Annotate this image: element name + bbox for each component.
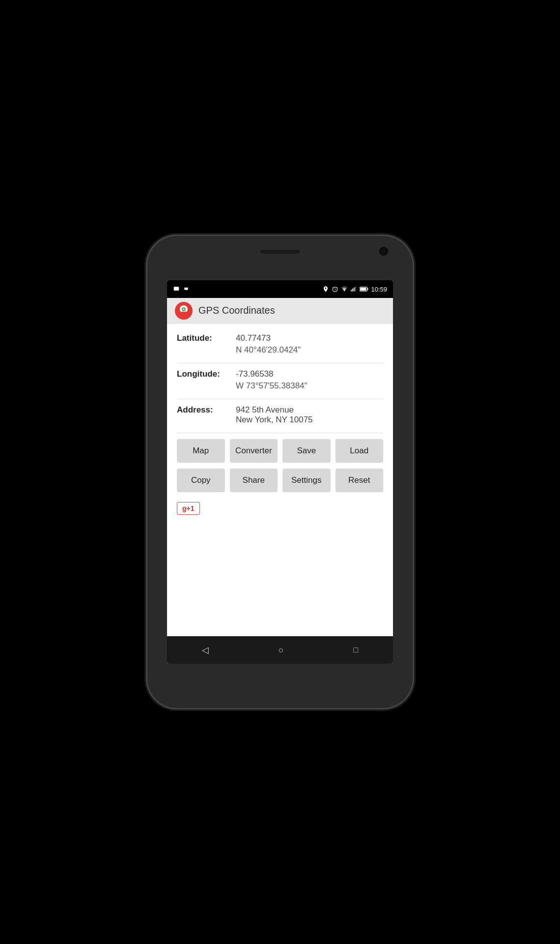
location-status-icon [322,286,329,293]
svg-rect-0 [174,287,179,291]
svg-point-6 [344,291,345,292]
divider-3 [177,433,383,433]
alarm-status-icon [332,286,338,293]
status-left-icons [173,286,190,293]
app-icon [175,302,193,320]
svg-rect-13 [361,288,366,291]
address-label: Address: [177,405,236,415]
recent-button[interactable]: □ [353,646,358,654]
signal-status-icon [350,286,357,293]
status-time: 10:59 [371,286,387,293]
phone-speaker [260,250,300,254]
svg-line-3 [185,287,185,288]
latitude-section: Latitude: 40.77473 N 40°46'29.0424" [177,333,383,355]
title-bar: GPS Coordinates [167,298,393,324]
nav-bar: ◁ ○ □ [167,636,393,664]
divider-2 [177,399,383,399]
phone-camera [379,247,388,256]
svg-rect-10 [355,286,356,292]
address-value: 942 5th Avenue New York, NY 10075 [236,405,313,425]
longitude-row: Longitude: -73.96538 [177,369,383,379]
load-button[interactable]: Load [336,439,384,463]
address-line2: New York, NY 10075 [236,415,313,425]
svg-rect-9 [354,288,355,292]
gplus-button[interactable]: g+1 [177,502,200,515]
map-button[interactable]: Map [177,439,225,463]
main-content: Latitude: 40.77473 N 40°46'29.0424" Long… [167,324,393,636]
share-button[interactable]: Share [230,469,278,492]
latitude-label: Latitude: [177,333,236,343]
settings-button[interactable]: Settings [282,469,331,492]
svg-line-4 [187,287,188,288]
app-title: GPS Coordinates [198,305,275,316]
longitude-decimal: -73.96538 [236,369,274,379]
copy-button[interactable]: Copy [177,469,225,492]
status-right-icons: 10:59 [322,286,387,293]
latitude-dms: N 40°46'29.0424" [236,345,383,355]
home-button[interactable]: ○ [279,645,284,655]
svg-rect-7 [351,290,352,292]
address-line1: 942 5th Avenue [236,405,313,415]
reset-button[interactable]: Reset [336,469,384,492]
android-icon [183,286,190,293]
svg-point-17 [183,308,185,310]
gplus-label: g+1 [182,504,195,512]
back-button[interactable]: ◁ [202,645,209,655]
battery-status-icon [360,286,368,292]
save-button[interactable]: Save [282,439,331,463]
phone-screen: 10:59 GPS Coordinates Latitude: 40.77473 [167,280,393,664]
phone-device: 10:59 GPS Coordinates Latitude: 40.77473 [147,236,413,708]
latitude-row: Latitude: 40.77473 [177,333,383,343]
wifi-status-icon [341,286,348,293]
address-row: Address: 942 5th Avenue New York, NY 100… [177,405,383,425]
notification-icon [173,286,180,293]
button-row-1: Map Converter Save Load [177,439,383,463]
longitude-section: Longitude: -73.96538 W 73°57'55.38384" [177,369,383,391]
converter-button[interactable]: Converter [230,439,278,463]
latitude-decimal: 40.77473 [236,333,271,343]
gplus-container: g+1 [177,498,383,515]
svg-rect-8 [353,289,354,292]
svg-rect-12 [367,288,368,290]
status-bar: 10:59 [167,280,393,298]
address-section: Address: 942 5th Avenue New York, NY 100… [177,405,383,425]
divider-1 [177,363,383,363]
button-row-2: Copy Share Settings Reset [177,469,383,492]
longitude-label: Longitude: [177,369,236,379]
longitude-dms: W 73°57'55.38384" [236,381,383,391]
